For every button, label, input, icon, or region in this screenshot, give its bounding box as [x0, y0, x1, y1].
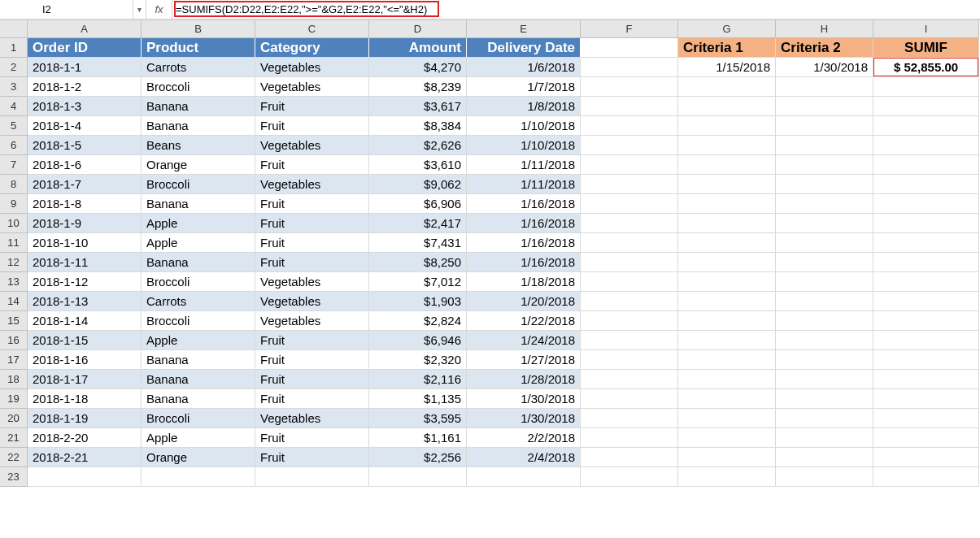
fx-icon[interactable]: fx	[146, 0, 172, 19]
row-header-13[interactable]: 13	[0, 272, 28, 292]
cell-C21[interactable]: Fruit	[255, 428, 369, 448]
cell-A2[interactable]: 2018-1-1	[28, 58, 142, 77]
cell-H18[interactable]	[776, 370, 873, 389]
row-header-22[interactable]: 22	[0, 448, 28, 467]
cell-F11[interactable]	[581, 233, 678, 253]
cell-A20[interactable]: 2018-1-19	[28, 409, 142, 428]
cell-E7[interactable]: 1/11/2018	[467, 155, 581, 175]
cell-D13[interactable]: $7,012	[369, 272, 467, 292]
cell-E9[interactable]: 1/16/2018	[467, 194, 581, 214]
cell-D8[interactable]: $9,062	[369, 175, 467, 194]
cell-D16[interactable]: $6,946	[369, 331, 467, 350]
column-header-I[interactable]: I	[873, 20, 979, 38]
row-header-16[interactable]: 16	[0, 331, 28, 350]
cell-H5[interactable]	[776, 116, 873, 136]
cell-F10[interactable]	[581, 214, 678, 233]
cell-H22[interactable]	[776, 448, 873, 467]
cell-G8[interactable]	[678, 175, 776, 194]
cell-E13[interactable]: 1/18/2018	[467, 272, 581, 292]
cell-D22[interactable]: $2,256	[369, 448, 467, 467]
cell-E15[interactable]: 1/22/2018	[467, 311, 581, 331]
cell-D11[interactable]: $7,431	[369, 233, 467, 253]
cell-E4[interactable]: 1/8/2018	[467, 97, 581, 116]
cell-I23[interactable]	[873, 467, 979, 487]
cell-C23[interactable]	[255, 467, 369, 487]
cell-D5[interactable]: $8,384	[369, 116, 467, 136]
name-box[interactable]: I2	[39, 3, 133, 15]
row-header-6[interactable]: 6	[0, 136, 28, 155]
cell-E3[interactable]: 1/7/2018	[467, 77, 581, 97]
cell-D3[interactable]: $8,239	[369, 77, 467, 97]
cell-G11[interactable]	[678, 233, 776, 253]
cell-G5[interactable]	[678, 116, 776, 136]
cell-E1[interactable]: Delivery Date	[467, 38, 581, 58]
cell-B14[interactable]: Carrots	[142, 292, 255, 311]
cell-B21[interactable]: Apple	[142, 428, 255, 448]
cell-B16[interactable]: Apple	[142, 331, 255, 350]
column-header-D[interactable]: D	[369, 20, 467, 38]
cell-A4[interactable]: 2018-1-3	[28, 97, 142, 116]
cell-B19[interactable]: Banana	[142, 389, 255, 409]
cell-D23[interactable]	[369, 467, 467, 487]
cell-A10[interactable]: 2018-1-9	[28, 214, 142, 233]
cell-H8[interactable]	[776, 175, 873, 194]
cell-E16[interactable]: 1/24/2018	[467, 331, 581, 350]
cell-I19[interactable]	[873, 389, 979, 409]
row-header-19[interactable]: 19	[0, 389, 28, 409]
cell-F13[interactable]	[581, 272, 678, 292]
cell-B12[interactable]: Banana	[142, 253, 255, 272]
cell-A18[interactable]: 2018-1-17	[28, 370, 142, 389]
cell-G7[interactable]	[678, 155, 776, 175]
cell-F18[interactable]	[581, 370, 678, 389]
cell-C10[interactable]: Fruit	[255, 214, 369, 233]
cell-F1[interactable]	[581, 38, 678, 58]
cell-B22[interactable]: Orange	[142, 448, 255, 467]
select-all-corner[interactable]	[0, 20, 28, 38]
cell-C20[interactable]: Vegetables	[255, 409, 369, 428]
cell-D19[interactable]: $1,135	[369, 389, 467, 409]
cell-I13[interactable]	[873, 272, 979, 292]
cell-D4[interactable]: $3,617	[369, 97, 467, 116]
row-header-23[interactable]: 23	[0, 467, 28, 487]
cell-C5[interactable]: Fruit	[255, 116, 369, 136]
row-header-3[interactable]: 3	[0, 77, 28, 97]
cell-G3[interactable]	[678, 77, 776, 97]
cell-A6[interactable]: 2018-1-5	[28, 136, 142, 155]
cell-A22[interactable]: 2018-2-21	[28, 448, 142, 467]
cell-H15[interactable]	[776, 311, 873, 331]
cell-C12[interactable]: Fruit	[255, 253, 369, 272]
cell-A13[interactable]: 2018-1-12	[28, 272, 142, 292]
row-header-2[interactable]: 2	[0, 58, 28, 77]
cell-C17[interactable]: Fruit	[255, 350, 369, 370]
cell-C14[interactable]: Vegetables	[255, 292, 369, 311]
cell-B2[interactable]: Carrots	[142, 58, 255, 77]
row-header-7[interactable]: 7	[0, 155, 28, 175]
cell-F9[interactable]	[581, 194, 678, 214]
row-header-10[interactable]: 10	[0, 214, 28, 233]
cell-I2[interactable]: $ 52,855.00	[873, 58, 979, 77]
cell-G6[interactable]	[678, 136, 776, 155]
cell-I12[interactable]	[873, 253, 979, 272]
column-header-E[interactable]: E	[467, 20, 581, 38]
cell-D21[interactable]: $1,161	[369, 428, 467, 448]
cell-I14[interactable]	[873, 292, 979, 311]
cell-H19[interactable]	[776, 389, 873, 409]
cell-C11[interactable]: Fruit	[255, 233, 369, 253]
row-header-5[interactable]: 5	[0, 116, 28, 136]
cell-G21[interactable]	[678, 428, 776, 448]
row-header-11[interactable]: 11	[0, 233, 28, 253]
cell-G9[interactable]	[678, 194, 776, 214]
cell-H6[interactable]	[776, 136, 873, 155]
cell-G22[interactable]	[678, 448, 776, 467]
cell-F17[interactable]	[581, 350, 678, 370]
cell-I10[interactable]	[873, 214, 979, 233]
cell-F6[interactable]	[581, 136, 678, 155]
cell-C4[interactable]: Fruit	[255, 97, 369, 116]
formula-input[interactable]: =SUMIFS(D2:D22,E2:E22,">="&G2,E2:E22,"<=…	[172, 0, 980, 19]
cell-G19[interactable]	[678, 389, 776, 409]
row-header-17[interactable]: 17	[0, 350, 28, 370]
cell-C1[interactable]: Category	[255, 38, 369, 58]
cell-G12[interactable]	[678, 253, 776, 272]
row-header-18[interactable]: 18	[0, 370, 28, 389]
cell-F2[interactable]	[581, 58, 678, 77]
